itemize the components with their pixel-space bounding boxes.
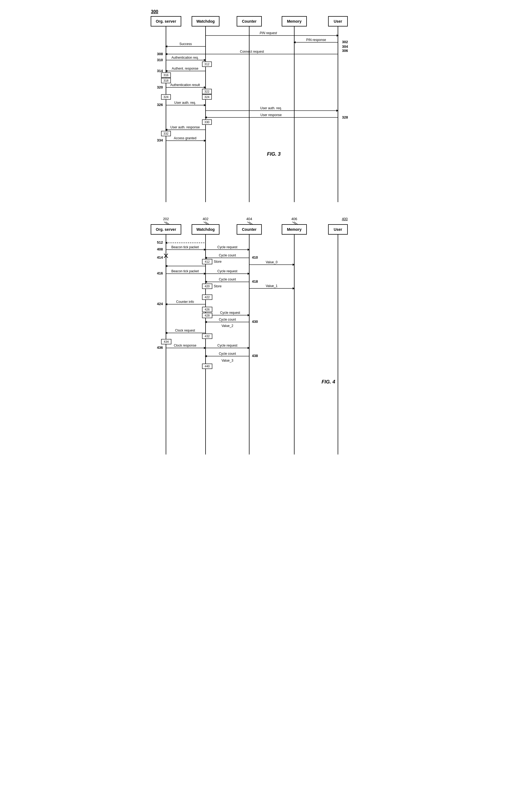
ref-label-432: 432 (204, 335, 209, 338)
msg-cycle-count2-label: Cycle count (219, 278, 236, 281)
comp-num-400: 400 (342, 217, 348, 221)
msg-access-granted-label: Access granted (174, 136, 196, 140)
msg-clock-resp-label: Clock response (174, 344, 196, 348)
msg-store1-label: Store (214, 260, 222, 263)
fig3-container: 300 Org. server Watchdog Counter Memory … (143, 5, 378, 214)
msg-cycle-req4-label: Cycle request (217, 344, 237, 348)
comp-num-404: 404 (246, 217, 252, 221)
comp-num-406: 406 (291, 217, 297, 221)
ref-label-422: 422 (204, 296, 209, 299)
ref-label-324b: 324 (204, 95, 209, 99)
msg-user-auth-req-label: User auth. req. (174, 101, 196, 105)
ref-label-412: 412 (204, 260, 209, 263)
seq-314: 314 (157, 69, 163, 73)
ref-label-420: 420 (204, 285, 209, 288)
ref-label-440: 440 (204, 364, 209, 368)
fig3-svg: 300 Org. server Watchdog Counter Memory … (143, 5, 378, 213)
comp-num-202: 202 (163, 217, 169, 221)
ref-label-428: 428 (204, 314, 209, 317)
fig4-header-memory-label: Memory (287, 227, 302, 232)
seq-304: 304 (342, 45, 348, 49)
ref-label-318: 318 (163, 79, 168, 82)
ref-label-316: 316 (163, 74, 168, 77)
seq-416: 416 (157, 271, 163, 275)
seq-306: 306 (342, 49, 348, 53)
msg-pin-request-label: PIN request (260, 31, 277, 35)
msg-success-label: Success (179, 42, 191, 46)
fig4-header-counter-label: Counter (242, 227, 257, 232)
seq-418: 418 (252, 279, 258, 283)
msg-user-response-label: User response (260, 113, 281, 117)
header-user-label: User (334, 19, 342, 24)
msg-beacon2-label: Beacon tick packet (171, 269, 199, 273)
seq-308: 308 (157, 52, 163, 56)
seq-334: 334 (157, 138, 163, 142)
seq-414: 414 (157, 255, 163, 259)
fig4-header-org-label: Org. server (156, 227, 176, 232)
msg-store2-label: Store (214, 284, 222, 288)
seq-424: 424 (157, 302, 163, 306)
seq-328: 328 (342, 115, 348, 119)
msg-cycle-req1-label: Cycle request (217, 245, 237, 249)
ref-label-434: 434 (163, 340, 168, 343)
seq-438: 438 (252, 354, 258, 358)
seq-430: 430 (252, 320, 258, 324)
msg-cycle-req3-label: Cycle request (220, 311, 240, 315)
msg-value0-label: Value_0 (266, 260, 277, 264)
header-watchdog-label: Watchdog (196, 19, 214, 24)
msg-cycle-count3-label: Cycle count (219, 318, 236, 322)
fig3-label: FIG. 3 (267, 151, 280, 157)
seq-408: 408 (157, 247, 163, 251)
ref-label-312: 312 (204, 62, 209, 66)
seq-310: 310 (157, 58, 163, 62)
seq-436: 436 (157, 346, 163, 350)
msg-cycle-count4-label: Cycle count (219, 352, 236, 356)
header-memory-label: Memory (287, 19, 302, 24)
fig4-container: 202 402 404 406 400 Org. server Watchdog… (143, 214, 378, 466)
msg-auth-req-label: Authentication req. (171, 56, 199, 59)
msg-value2-label: Value_2 (222, 324, 233, 328)
msg-user-auth-resp-label: User auth. response (170, 125, 200, 129)
msg-beacon1-label: Beacon tick packet (171, 245, 199, 249)
seq-512: 512 (157, 240, 163, 245)
fig4-header-user-label: User (334, 227, 342, 232)
msg-counter-info-label: Counter info (176, 300, 194, 304)
msg-auth-result-label: Authentication result (170, 83, 200, 87)
comp-num-402: 402 (203, 217, 209, 221)
fig4-label: FIG. 4 (321, 379, 335, 385)
msg-auth-resp-label: Authent. response (172, 67, 199, 71)
ref-label-330: 330 (204, 121, 209, 124)
header-org-label: Org. server (156, 19, 176, 24)
msg-cycle-req2-label: Cycle request (217, 269, 237, 273)
msg-value3-label: Value_3 (222, 359, 233, 362)
msg-clock-req-label: Clock request (175, 329, 195, 332)
msg-value1-label: Value_1 (266, 284, 277, 288)
seq-320: 320 (157, 85, 163, 89)
ref-label-322: 322 (204, 90, 209, 93)
msg-user-auth-req2-label: User auth. req. (260, 106, 282, 110)
ref-label-332: 332 (163, 132, 168, 135)
seq-410: 410 (252, 255, 258, 259)
seq-302: 302 (342, 40, 348, 44)
msg-connect-label: Connect request (240, 50, 264, 53)
fig3-diagram-num: 300 (151, 9, 158, 14)
msg-cycle-count1-label: Cycle count (219, 253, 236, 257)
seq-326: 326 (157, 103, 163, 107)
fig4-header-watchdog-label: Watchdog (196, 227, 214, 232)
header-counter-label: Counter (242, 19, 257, 24)
fig4-svg: 202 402 404 406 400 Org. server Watchdog… (143, 214, 378, 465)
msg-pin-response-label: PIN response (306, 38, 326, 42)
ref-label-324a: 324 (163, 95, 168, 99)
ref-label-426: 426 (204, 308, 209, 311)
